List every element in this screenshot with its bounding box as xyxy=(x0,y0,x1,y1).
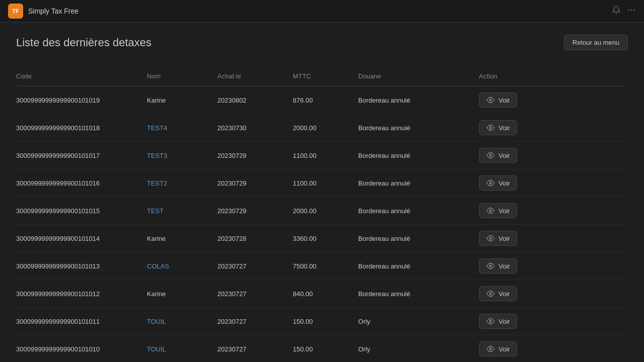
voir-button[interactable]: Voir xyxy=(479,148,517,163)
cell-douane: Bordereau annulé xyxy=(358,152,479,159)
svg-point-0 xyxy=(628,10,629,11)
table-row: 30009999999999900101019 Karine 20230802 … xyxy=(16,86,628,114)
table-row: 30009999999999900101017 TEST3 20230729 1… xyxy=(16,142,628,169)
eye-icon xyxy=(487,345,495,353)
cell-code: 30009999999999900101017 xyxy=(16,152,147,159)
svg-point-11 xyxy=(490,320,492,322)
voir-label: Voir xyxy=(499,124,510,132)
cell-mttc: 2000.00 xyxy=(293,124,358,132)
voir-label: Voir xyxy=(499,97,510,104)
notification-icon[interactable] xyxy=(612,6,621,17)
cell-action: Voir xyxy=(479,148,559,163)
table-row: 30009999999999900101018 TEST4 20230730 2… xyxy=(16,114,628,142)
voir-button[interactable]: Voir xyxy=(479,286,517,301)
cell-nom: Karine xyxy=(147,97,217,104)
cell-nom: TEST4 xyxy=(147,124,217,132)
cell-mttc: 150.00 xyxy=(293,345,358,353)
cell-mttc: 876.00 xyxy=(293,97,358,104)
page-title: Liste des dernières detaxes xyxy=(16,36,151,49)
svg-point-9 xyxy=(490,265,492,267)
eye-icon xyxy=(487,262,495,270)
cell-mttc: 7500.00 xyxy=(293,262,358,270)
cell-action: Voir xyxy=(479,258,559,274)
voir-label: Voir xyxy=(499,207,510,215)
cell-nom: TEST2 xyxy=(147,179,217,187)
eye-icon xyxy=(487,124,495,132)
cell-nom: TOUIL xyxy=(147,318,217,325)
cell-action: Voir xyxy=(479,120,559,135)
svg-point-2 xyxy=(633,10,634,11)
cell-mttc: 150.00 xyxy=(293,318,358,325)
voir-button[interactable]: Voir xyxy=(479,120,517,135)
voir-button[interactable]: Voir xyxy=(479,231,517,246)
col-header-mttc: MTTC xyxy=(293,70,358,82)
app-title: Simply Tax Free xyxy=(28,7,78,15)
eye-icon xyxy=(487,151,495,159)
table-row: 30009999999999900101011 TOUIL 20230727 1… xyxy=(16,308,628,335)
table-row: 30009999999999900101010 TOUIL 20230727 1… xyxy=(16,335,628,362)
voir-label: Voir xyxy=(499,262,510,270)
cell-achat: 20230727 xyxy=(217,290,293,298)
voir-button[interactable]: Voir xyxy=(479,93,517,108)
cell-code: 30009999999999900101011 xyxy=(16,318,147,325)
voir-button[interactable]: Voir xyxy=(479,203,517,218)
cell-action: Voir xyxy=(479,314,559,329)
svg-point-6 xyxy=(490,182,492,184)
voir-button[interactable]: Voir xyxy=(479,314,517,329)
cell-douane: Bordereau annulé xyxy=(358,97,479,104)
cell-nom: Karine xyxy=(147,290,217,298)
cell-douane: Bordereau annulé xyxy=(358,207,479,215)
cell-code: 30009999999999900101015 xyxy=(16,207,147,215)
col-header-nom: Nom xyxy=(147,70,217,82)
cell-achat: 20230802 xyxy=(217,97,293,104)
svg-point-1 xyxy=(631,10,632,11)
back-to-menu-button[interactable]: Retour au menu xyxy=(564,35,628,50)
col-header-code: Code xyxy=(16,70,147,82)
svg-point-4 xyxy=(490,127,492,129)
cell-mttc: 1100.00 xyxy=(293,152,358,159)
cell-code: 30009999999999900101010 xyxy=(16,345,147,353)
voir-button[interactable]: Voir xyxy=(479,175,517,191)
page-header: Liste des dernières detaxes Retour au me… xyxy=(16,35,628,50)
svg-point-10 xyxy=(490,293,492,295)
cell-douane: Bordereau annulé xyxy=(358,290,479,298)
cell-achat: 20230727 xyxy=(217,345,293,353)
cell-nom: TOUIL xyxy=(147,345,217,353)
cell-douane: Bordereau annulé xyxy=(358,235,479,242)
eye-icon xyxy=(487,234,495,242)
cell-action: Voir xyxy=(479,231,559,246)
cell-nom: TEST3 xyxy=(147,152,217,159)
more-menu-icon[interactable] xyxy=(627,6,636,17)
app-logo: TF xyxy=(8,4,23,19)
table-row: 30009999999999900101013 COLAS 20230727 7… xyxy=(16,252,628,280)
cell-code: 30009999999999900101014 xyxy=(16,235,147,242)
cell-action: Voir xyxy=(479,175,559,191)
cell-nom: COLAS xyxy=(147,262,217,270)
cell-douane: Orly xyxy=(358,345,479,353)
svg-point-5 xyxy=(490,154,492,156)
col-header-achat: Achat le xyxy=(217,70,293,82)
cell-mttc: 840.00 xyxy=(293,290,358,298)
voir-label: Voir xyxy=(499,290,510,298)
main-content: Liste des dernières detaxes Retour au me… xyxy=(0,23,644,362)
voir-button[interactable]: Voir xyxy=(479,258,517,274)
table-body: 30009999999999900101019 Karine 20230802 … xyxy=(16,86,628,362)
app-header: TF Simply Tax Free xyxy=(0,0,644,23)
voir-label: Voir xyxy=(499,152,510,159)
voir-button[interactable]: Voir xyxy=(479,341,517,356)
cell-achat: 20230729 xyxy=(217,152,293,159)
voir-label: Voir xyxy=(499,318,510,325)
eye-icon xyxy=(487,207,495,215)
eye-icon xyxy=(487,290,495,298)
eye-icon xyxy=(487,179,495,187)
cell-achat: 20230730 xyxy=(217,124,293,132)
cell-douane: Bordereau annulé xyxy=(358,179,479,187)
cell-mttc: 3360.00 xyxy=(293,235,358,242)
svg-point-7 xyxy=(490,210,492,212)
header-left: TF Simply Tax Free xyxy=(8,4,78,19)
cell-code: 30009999999999900101012 xyxy=(16,290,147,298)
eye-icon xyxy=(487,317,495,325)
table-row: 30009999999999900101016 TEST2 20230729 1… xyxy=(16,169,628,197)
cell-code: 30009999999999900101013 xyxy=(16,262,147,270)
eye-icon xyxy=(487,96,495,104)
